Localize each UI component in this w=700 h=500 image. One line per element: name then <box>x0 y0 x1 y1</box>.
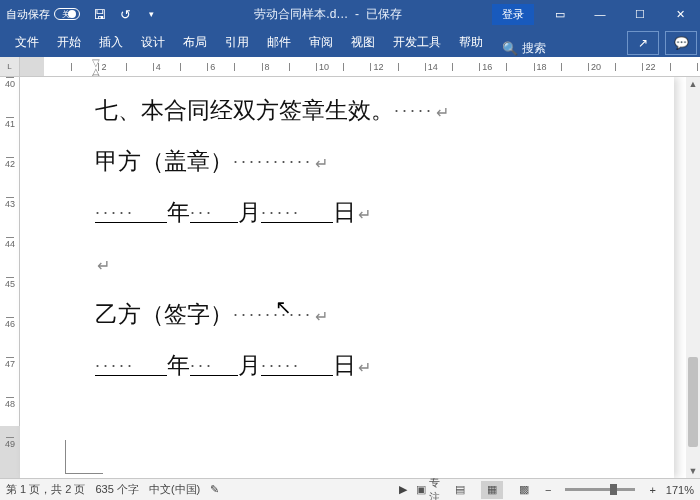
status-macro-icon[interactable]: ▶ <box>399 483 407 496</box>
search-icon: 🔍 <box>502 41 518 56</box>
ruler-v-tick: 41 <box>0 117 20 129</box>
qat-dropdown-icon[interactable]: ▾ <box>138 0 164 28</box>
page-bottom-margin-corner <box>65 440 103 474</box>
ruler-v-tick: 47 <box>0 357 20 369</box>
ruler-v-tick: 42 <box>0 157 20 169</box>
tab-insert[interactable]: 插入 <box>90 28 132 57</box>
ruler-v-tick: 44 <box>0 237 20 249</box>
window-title: 劳动合同样本.d… - 已保存 <box>164 6 492 23</box>
view-print-icon[interactable]: ▦ <box>481 481 503 499</box>
work-area: 40414243444546474849 七、本合同经双方签章生效。·····↵… <box>0 77 700 478</box>
doc-line-3: ·····年···月·····日↵ <box>95 201 449 224</box>
ruler-h-tick: 10 <box>316 57 329 76</box>
maximize-icon[interactable]: ☐ <box>620 0 660 28</box>
status-language[interactable]: 中文(中国) <box>149 482 200 497</box>
doc-line-2: 甲方（盖章）··········↵ <box>95 150 449 173</box>
autosave-label: 自动保存 <box>6 7 50 22</box>
tab-help[interactable]: 帮助 <box>450 28 492 57</box>
tab-layout[interactable]: 布局 <box>174 28 216 57</box>
status-accessibility-icon[interactable]: ✎ <box>210 483 219 496</box>
zoom-level[interactable]: 171% <box>666 484 694 496</box>
doc-line-6: ·····年···月·····日↵ <box>95 354 449 377</box>
ruler-vertical[interactable]: 40414243444546474849 <box>0 77 20 478</box>
search-label: 搜索 <box>522 40 546 57</box>
save-icon[interactable]: 🖫 <box>86 0 112 28</box>
tab-home[interactable]: 开始 <box>48 28 90 57</box>
tab-file[interactable]: 文件 <box>6 28 48 57</box>
status-page[interactable]: 第 1 页，共 2 页 <box>6 482 85 497</box>
doc-line-5: 乙方（签字）··········↵ <box>95 303 449 326</box>
doc-line-4: ↵ <box>95 252 449 275</box>
ruler-h-tick: 6 <box>207 57 215 76</box>
scroll-thumb[interactable] <box>688 357 698 447</box>
ruler-horizontal-row: L ▽ △ ▭ 24681012141618202224 <box>0 57 700 77</box>
titlebar: 自动保存 关 🖫 ↺ ▾ 劳动合同样本.d… - 已保存 登录 ▭ — ☐ ✕ <box>0 0 700 28</box>
undo-icon[interactable]: ↺ <box>112 0 138 28</box>
ribbon-options-icon[interactable]: ▭ <box>540 0 580 28</box>
ruler-h-tick: 14 <box>425 57 438 76</box>
ruler-v-tick: 49 <box>0 437 20 449</box>
tab-design[interactable]: 设计 <box>132 28 174 57</box>
tab-selector-icon[interactable]: L <box>0 57 20 76</box>
autosave-toggle[interactable]: 自动保存 关 <box>0 7 86 22</box>
ruler-v-tick: 48 <box>0 397 20 409</box>
ruler-h-tick: 8 <box>262 57 270 76</box>
ruler-h-tick: 2 <box>98 57 106 76</box>
zoom-in-button[interactable]: + <box>649 484 655 496</box>
toggle-icon: 关 <box>54 8 80 20</box>
view-web-icon[interactable]: ▩ <box>513 481 535 499</box>
scrollbar-vertical[interactable]: ▲ ▼ <box>686 77 700 478</box>
search-button[interactable]: 🔍 搜索 <box>492 40 556 57</box>
scroll-down-icon[interactable]: ▼ <box>686 464 700 478</box>
ruler-h-tick: 22 <box>642 57 655 76</box>
ruler-h-tick: 18 <box>534 57 547 76</box>
login-button[interactable]: 登录 <box>492 4 534 25</box>
ruler-horizontal[interactable]: ▽ △ ▭ 24681012141618202224 <box>20 57 700 76</box>
zoom-slider[interactable] <box>565 488 635 491</box>
document-text: 七、本合同经双方签章生效。·····↵ 甲方（盖章）··········↵ ··… <box>95 99 449 405</box>
ruler-h-tick: 4 <box>153 57 161 76</box>
tab-references[interactable]: 引用 <box>216 28 258 57</box>
statusbar: 第 1 页，共 2 页 635 个字 中文(中国) ✎ ▶ ▣ 专注 ▤ ▦ ▩… <box>0 478 700 500</box>
share-icon[interactable]: ↗ <box>627 31 659 55</box>
tab-review[interactable]: 审阅 <box>300 28 342 57</box>
view-read-icon[interactable]: ▤ <box>449 481 471 499</box>
ruler-v-tick: 46 <box>0 317 20 329</box>
comments-icon[interactable]: 💬 <box>665 31 697 55</box>
ruler-h-tick: 16 <box>479 57 492 76</box>
tab-mail[interactable]: 邮件 <box>258 28 300 57</box>
ruler-h-tick: 20 <box>588 57 601 76</box>
tab-view[interactable]: 视图 <box>342 28 384 57</box>
ribbon-tabs: 文件 开始 插入 设计 布局 引用 邮件 审阅 视图 开发工具 帮助 🔍 搜索 … <box>0 28 700 57</box>
ruler-h-tick: 12 <box>370 57 383 76</box>
document-page[interactable]: 七、本合同经双方签章生效。·····↵ 甲方（盖章）··········↵ ··… <box>20 77 674 478</box>
tab-developer[interactable]: 开发工具 <box>384 28 450 57</box>
zoom-out-button[interactable]: − <box>545 484 551 496</box>
ruler-v-tick: 45 <box>0 277 20 289</box>
status-word-count[interactable]: 635 个字 <box>95 482 138 497</box>
minimize-icon[interactable]: — <box>580 0 620 28</box>
scroll-up-icon[interactable]: ▲ <box>686 77 700 91</box>
focus-mode-button[interactable]: ▣ 专注 <box>417 481 439 499</box>
doc-line-1: 七、本合同经双方签章生效。·····↵ <box>95 99 449 122</box>
ruler-v-tick: 40 <box>0 77 20 89</box>
ruler-v-tick: 43 <box>0 197 20 209</box>
close-icon[interactable]: ✕ <box>660 0 700 28</box>
